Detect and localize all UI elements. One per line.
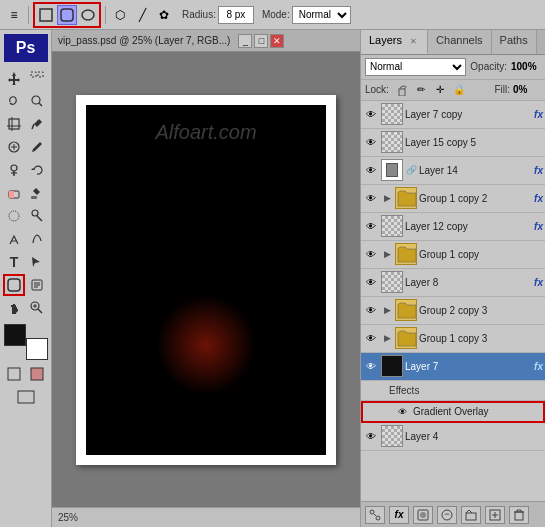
layer-adjustment-btn[interactable]: [437, 506, 457, 524]
notes-tool[interactable]: [26, 274, 48, 296]
layer-thumb: [395, 243, 417, 265]
layer-style-btn[interactable]: fx: [389, 506, 409, 524]
tool-row-5: [3, 159, 48, 181]
blend-mode-dropdown[interactable]: Normal: [365, 58, 466, 76]
screen-mode-btn[interactable]: [15, 386, 37, 408]
standard-mode-btn[interactable]: [3, 363, 25, 385]
layer-eye[interactable]: 👁: [363, 246, 379, 262]
new-layer-btn[interactable]: [485, 506, 505, 524]
rounded-rect-tool-btn[interactable]: [57, 5, 77, 25]
svg-point-15: [11, 165, 17, 171]
mode-dropdown[interactable]: Normal: [292, 6, 351, 24]
layer-group-arrow[interactable]: ▶: [381, 246, 393, 262]
layer-item-group1copy2[interactable]: 👁 ▶ Group 1 copy 2 fx: [361, 185, 545, 213]
hand-tool[interactable]: [3, 297, 25, 319]
layer-thumb: [381, 131, 403, 153]
lock-transparent-btn[interactable]: [394, 82, 410, 98]
healing-brush-tool[interactable]: [3, 136, 25, 158]
layer-eye[interactable]: 👁: [363, 190, 379, 206]
select-tool[interactable]: [26, 67, 48, 89]
lock-all-btn[interactable]: 🔒: [451, 82, 467, 98]
doc-close-btn[interactable]: ✕: [270, 34, 284, 48]
tab-layers[interactable]: Layers ✕: [361, 30, 428, 54]
eyedropper-tool[interactable]: [26, 113, 48, 135]
layer-eye[interactable]: 👁: [363, 428, 379, 444]
layer-fx-badge: fx: [534, 361, 543, 372]
layer-item-group2copy3[interactable]: 👁 ▶ Group 2 copy 3: [361, 297, 545, 325]
delete-layer-btn[interactable]: [509, 506, 529, 524]
layer-item-group1copy[interactable]: 👁 ▶ Group 1 copy: [361, 241, 545, 269]
layer-eye[interactable]: 👁: [363, 162, 379, 178]
svg-line-7: [39, 103, 42, 106]
ellipse-tool-btn[interactable]: [78, 5, 98, 25]
layer-item-14[interactable]: 👁 🔗 Layer 14 fx: [361, 157, 545, 185]
layer-name: Layer 15 copy 5: [405, 137, 543, 148]
layer-eye[interactable]: 👁: [363, 358, 379, 374]
layer-eye[interactable]: 👁: [363, 106, 379, 122]
doc-tab-controls: _ □ ✕: [238, 34, 284, 48]
rectangle-tool-btn[interactable]: [36, 5, 56, 25]
layer-mask-btn[interactable]: [413, 506, 433, 524]
layer-item-4[interactable]: 👁 Layer 4: [361, 423, 545, 451]
background-color-swatch[interactable]: [26, 338, 48, 360]
paint-bucket-tool[interactable]: [26, 182, 48, 204]
line-tool-btn[interactable]: ╱: [132, 5, 152, 25]
layer-eye[interactable]: 👁: [363, 330, 379, 346]
polygon-tool-btn[interactable]: ⬡: [110, 5, 130, 25]
tab-paths[interactable]: Paths: [492, 30, 537, 54]
custom-shape-btn[interactable]: ✿: [154, 5, 174, 25]
gradient-eye[interactable]: 👁: [395, 405, 409, 419]
layer-group-arrow[interactable]: ▶: [381, 330, 393, 346]
layer-name: Layer 4: [405, 431, 543, 442]
layer-eye[interactable]: 👁: [363, 274, 379, 290]
doc-maximize-btn[interactable]: □: [254, 34, 268, 48]
zoom-tool[interactable]: [26, 297, 48, 319]
gradient-overlay-subitem[interactable]: 👁 Gradient Overlay: [361, 401, 545, 423]
layer-item-15copy5[interactable]: 👁 Layer 15 copy 5: [361, 129, 545, 157]
layer-item-12copy[interactable]: 👁 Layer 12 copy fx: [361, 213, 545, 241]
lock-image-btn[interactable]: ✏: [413, 82, 429, 98]
layer-name: Layer 12 copy: [405, 221, 530, 232]
history-brush-tool[interactable]: [26, 159, 48, 181]
effects-subitem: Effects: [361, 381, 545, 401]
path-select-tool[interactable]: [26, 251, 48, 273]
layer-item-group1copy3[interactable]: 👁 ▶ Group 1 copy 3: [361, 325, 545, 353]
layers-tab-close[interactable]: ✕: [407, 36, 419, 48]
dodge-tool[interactable]: [26, 205, 48, 227]
layer-group-arrow[interactable]: ▶: [381, 190, 393, 206]
clone-stamp-tool[interactable]: [3, 159, 25, 181]
lasso-tool[interactable]: [3, 90, 25, 112]
layer-eye[interactable]: 👁: [363, 134, 379, 150]
layer-group-arrow[interactable]: ▶: [381, 302, 393, 318]
foreground-color-swatch[interactable]: [4, 324, 26, 346]
new-group-btn[interactable]: [461, 506, 481, 524]
quick-select-tool[interactable]: [26, 90, 48, 112]
layer-fx-badge: fx: [534, 193, 543, 204]
type-tool[interactable]: T: [3, 251, 25, 273]
crop-tool[interactable]: [3, 113, 25, 135]
tab-channels[interactable]: Channels: [428, 30, 491, 54]
layer-eye[interactable]: 👁: [363, 302, 379, 318]
layer-item-7[interactable]: 👁 Layer 7 fx: [361, 353, 545, 381]
layer-item-7copy[interactable]: 👁 Layer 7 copy fx: [361, 101, 545, 129]
blur-tool[interactable]: [3, 205, 25, 227]
layer-item-8[interactable]: 👁 Layer 8 fx: [361, 269, 545, 297]
radius-label: Radius:: [182, 9, 216, 20]
ps-menu-icon[interactable]: ≡: [4, 5, 24, 25]
layer-eye[interactable]: 👁: [363, 218, 379, 234]
radius-input[interactable]: [218, 6, 254, 24]
pen-tool[interactable]: [3, 228, 25, 250]
layer-link-btn[interactable]: [365, 506, 385, 524]
quick-mask-btn[interactable]: [26, 363, 48, 385]
eraser-tool[interactable]: [3, 182, 25, 204]
brush-tool[interactable]: [26, 136, 48, 158]
lock-position-btn[interactable]: ✛: [432, 82, 448, 98]
layer-link-icon: 🔗: [405, 162, 417, 178]
effects-label: Effects: [389, 385, 419, 396]
move-tool[interactable]: [3, 67, 25, 89]
layers-lock-row: Lock: ✏ ✛ 🔒 Fill: 0%: [361, 80, 545, 101]
svg-rect-36: [31, 368, 43, 380]
freeform-pen-tool[interactable]: [26, 228, 48, 250]
doc-minimize-btn[interactable]: _: [238, 34, 252, 48]
rounded-rect-tool-sidebar[interactable]: [3, 274, 25, 296]
